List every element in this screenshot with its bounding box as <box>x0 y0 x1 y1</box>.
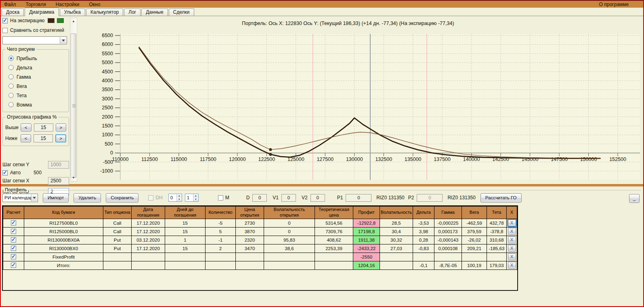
auto-checkbox[interactable] <box>2 170 8 175</box>
menu-item-2[interactable]: Настройки <box>56 2 80 7</box>
cell-vol[interactable] <box>380 253 413 261</box>
cell-open-vol[interactable] <box>264 253 315 261</box>
radio-icon[interactable] <box>8 93 14 98</box>
cell-vol[interactable]: 30,4 <box>380 227 413 236</box>
cell-vol[interactable]: 27,03 <box>380 244 413 253</box>
above-percent-input[interactable] <box>34 123 53 132</box>
cell-gamma[interactable]: 0,000108 <box>434 244 462 253</box>
row-calc-cell[interactable] <box>3 227 24 236</box>
row-calc-checkbox[interactable] <box>11 246 16 251</box>
radio-icon[interactable] <box>8 74 14 79</box>
p2-value-box[interactable]: 0 <box>417 194 443 202</box>
v1-value-box[interactable]: 0 <box>281 194 296 202</box>
tab-Лог[interactable]: Лог <box>124 8 141 16</box>
cell-code[interactable]: RI130000BX0A <box>24 236 103 244</box>
cell-type[interactable]: Call <box>103 227 132 236</box>
cell-theta[interactable]: 432,78 <box>487 219 507 227</box>
column-header[interactable]: Теоретическая цена <box>315 207 353 219</box>
menu-item-about[interactable]: О программе <box>599 2 629 7</box>
cell-profit[interactable]: 1911,38 <box>353 236 380 244</box>
cell-delta[interactable] <box>413 253 434 261</box>
cell-qty[interactable] <box>206 261 236 269</box>
cell-theor-price[interactable]: 7309,76 <box>315 227 353 236</box>
cell-delta[interactable]: -0,1 <box>413 261 434 269</box>
grid-step-y-input[interactable] <box>48 161 69 169</box>
radio-option-Тета[interactable]: Тета <box>5 91 66 100</box>
cell-profit[interactable]: -2433,22 <box>353 244 380 253</box>
cell-open-price[interactable]: 2320 <box>236 236 264 244</box>
cell-theta[interactable]: 179,03 <box>487 261 507 269</box>
column-header[interactable]: Расчет <box>3 207 24 219</box>
cell-type[interactable]: Call <box>103 219 132 227</box>
strategy-dropdown[interactable] <box>2 36 67 44</box>
cell-theor-price[interactable]: 408,62 <box>315 236 353 244</box>
cell-gamma[interactable]: 0,000173 <box>434 227 462 236</box>
cell-theor-price[interactable]: 5314,56 <box>315 219 353 227</box>
cell-vega[interactable]: 379,59 <box>462 227 487 236</box>
cell-qty[interactable]: -1 <box>206 236 236 244</box>
cell-open-price[interactable] <box>236 253 264 261</box>
sidebar-scrollbar[interactable]: ▲ ▼ <box>70 18 77 182</box>
cell-vega[interactable]: -462,59 <box>462 219 487 227</box>
tab-Данные[interactable]: Данные <box>141 8 168 16</box>
cell-open-price[interactable]: 2730 <box>236 219 264 227</box>
below-decrease-button[interactable]: < <box>21 134 31 142</box>
row-calc-checkbox[interactable] <box>11 263 16 268</box>
cell-vega[interactable]: -26,02 <box>462 236 487 244</box>
cell-code[interactable]: RI125000BL0 <box>24 227 103 236</box>
menu-item-1[interactable]: Торговля <box>26 2 46 7</box>
column-header[interactable]: Цена открытия <box>236 207 264 219</box>
row-calc-checkbox[interactable] <box>11 254 16 259</box>
cell-days[interactable]: 1 <box>165 236 206 244</box>
radio-icon[interactable] <box>8 56 14 61</box>
dh-spinner-2[interactable]: 1 ▲▼ <box>185 194 199 202</box>
cell-open-price[interactable] <box>236 261 264 269</box>
cell-open-price[interactable]: 3470 <box>236 244 264 253</box>
cell-days[interactable]: 15 <box>165 219 206 227</box>
cell-open-price[interactable]: 3870 <box>236 227 264 236</box>
column-header[interactable]: Гамма <box>434 207 462 219</box>
column-header[interactable]: Дата погашения <box>132 207 165 219</box>
row-calc-cell[interactable] <box>3 244 24 253</box>
column-header[interactable]: Профит <box>353 207 380 219</box>
cell-open-vol[interactable]: 95,83 <box>264 236 315 244</box>
spinner-arrows[interactable]: ▲▼ <box>193 194 198 201</box>
m-checkbox[interactable] <box>218 195 223 200</box>
save-button[interactable]: Сохранить <box>106 193 138 203</box>
cell-delta[interactable]: -0,83 <box>413 244 434 253</box>
row-calc-checkbox[interactable] <box>11 229 16 234</box>
delete-button[interactable]: Удалить <box>73 193 101 203</box>
cell-gamma[interactable]: -8,7E-05 <box>434 261 462 269</box>
cell-theta[interactable]: -185,63 <box>487 244 507 253</box>
radio-option-Вега[interactable]: Вега <box>5 81 66 91</box>
cell-expiry[interactable]: 17.12.2020 <box>132 244 165 253</box>
p1-value-box[interactable]: 0 <box>346 194 371 202</box>
tab-Диаграмма[interactable]: Диаграмма <box>25 8 59 16</box>
cell-delta[interactable]: 3,98 <box>413 227 434 236</box>
spinner-arrows[interactable]: ▲▼ <box>176 194 182 201</box>
column-header[interactable]: Тета <box>487 207 507 219</box>
cell-days[interactable] <box>165 261 206 269</box>
row-calc-cell[interactable] <box>3 219 24 227</box>
portfolio-select-dropdown[interactable]: РИ календарь <box>2 194 38 202</box>
remove-row-button[interactable]: X <box>508 245 516 252</box>
column-header[interactable]: Код бумаги <box>24 207 103 219</box>
menu-item-3[interactable]: Окно <box>89 2 101 7</box>
cell-type[interactable]: Put <box>103 244 132 253</box>
cell-open-vol[interactable]: 0 <box>264 227 315 236</box>
cell-type[interactable] <box>103 261 132 269</box>
below-increase-button[interactable]: > <box>55 134 66 142</box>
column-header[interactable]: Тип опциона <box>103 207 132 219</box>
cell-expiry[interactable] <box>132 253 165 261</box>
cell-qty[interactable] <box>206 253 236 261</box>
below-percent-input[interactable] <box>34 134 53 142</box>
remove-row-button[interactable]: X <box>508 219 516 226</box>
expiration-color-swatch[interactable] <box>48 18 55 23</box>
d-value-box[interactable]: 0 <box>252 194 267 202</box>
column-header[interactable]: Дельта <box>413 207 434 219</box>
cell-vol[interactable]: 30,32 <box>380 236 413 244</box>
cell-gamma[interactable]: -0,000143 <box>434 236 462 244</box>
cell-code[interactable]: FixedProfit <box>24 253 103 261</box>
cell-profit[interactable]: 17198,8 <box>353 227 380 236</box>
collapse-panel-button[interactable]: _ <box>629 194 640 203</box>
